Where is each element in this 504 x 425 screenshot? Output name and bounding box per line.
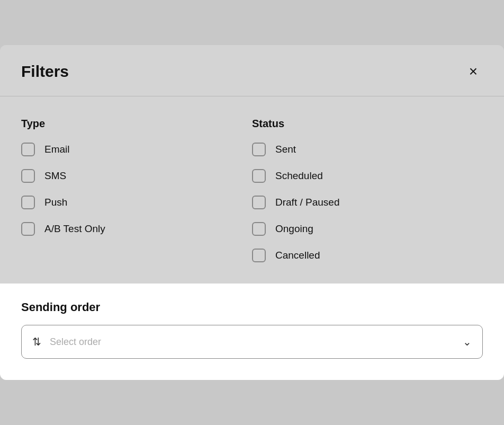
checkbox-cancelled-box[interactable]: [252, 249, 266, 262]
checkbox-cancelled[interactable]: Cancelled: [252, 249, 483, 262]
sending-order-label: Sending order: [21, 300, 483, 314]
checkbox-sms-label: SMS: [44, 170, 66, 182]
sort-icon: ⇅: [32, 335, 41, 348]
checkbox-scheduled-label: Scheduled: [275, 170, 323, 182]
close-button[interactable]: ×: [464, 62, 483, 81]
modal-header: Filters ×: [0, 45, 504, 96]
checkbox-sent[interactable]: Sent: [252, 143, 483, 156]
status-section-label: Status: [252, 118, 483, 130]
checkbox-sms[interactable]: SMS: [21, 169, 252, 183]
checkbox-email-box[interactable]: [21, 143, 35, 156]
chevron-down-icon: ⌄: [463, 335, 472, 348]
checkbox-draft-paused[interactable]: Draft / Paused: [252, 196, 483, 209]
checkbox-email-label: Email: [44, 144, 70, 155]
checkbox-push-label: Push: [44, 197, 67, 208]
checkbox-sent-box[interactable]: [252, 143, 266, 156]
checkbox-push[interactable]: Push: [21, 196, 252, 209]
checkbox-sms-box[interactable]: [21, 169, 35, 183]
modal-body: Type Email SMS Push A/B Test Only: [0, 96, 504, 284]
status-column: Status Sent Scheduled Draft / Paused Ong…: [252, 118, 483, 262]
checkbox-ongoing[interactable]: Ongoing: [252, 222, 483, 236]
checkbox-cancelled-label: Cancelled: [275, 250, 320, 261]
checkbox-scheduled-box[interactable]: [252, 169, 266, 183]
checkbox-sent-label: Sent: [275, 144, 296, 155]
checkbox-draft-paused-box[interactable]: [252, 196, 266, 209]
type-column: Type Email SMS Push A/B Test Only: [21, 118, 252, 262]
modal-title: Filters: [21, 63, 69, 81]
checkbox-ongoing-label: Ongoing: [275, 223, 313, 235]
modal-footer: Sending order ⇅ Select order ⌄: [0, 284, 504, 380]
checkbox-ongoing-box[interactable]: [252, 222, 266, 236]
checkbox-scheduled[interactable]: Scheduled: [252, 169, 483, 183]
checkbox-ab-test-label: A/B Test Only: [44, 223, 105, 235]
checkbox-draft-paused-label: Draft / Paused: [275, 197, 339, 208]
checkbox-push-box[interactable]: [21, 196, 35, 209]
filters-modal: Filters × Type Email SMS Push: [0, 45, 504, 380]
sending-order-select[interactable]: ⇅ Select order ⌄: [21, 325, 483, 359]
select-placeholder: Select order: [50, 337, 463, 348]
checkbox-email[interactable]: Email: [21, 143, 252, 156]
checkbox-ab-test-only[interactable]: A/B Test Only: [21, 222, 252, 236]
filters-row: Type Email SMS Push A/B Test Only: [21, 118, 483, 262]
type-section-label: Type: [21, 118, 252, 130]
checkbox-ab-test-box[interactable]: [21, 222, 35, 236]
